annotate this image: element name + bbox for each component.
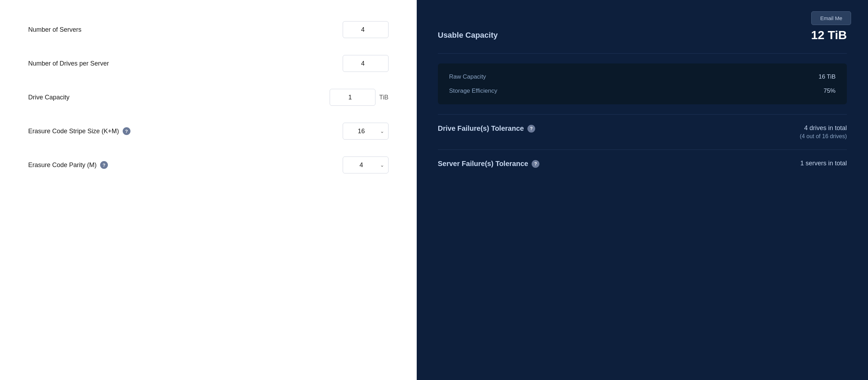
input-wrapper-capacity: TiB	[330, 89, 388, 106]
raw-capacity-value: 16 TiB	[819, 73, 836, 80]
label-servers: Number of Servers	[28, 26, 81, 33]
help-icon-parity[interactable]: ?	[100, 161, 108, 169]
input-wrapper-parity: 1 2 3 4 5 ⌄	[343, 157, 389, 173]
drive-tolerance-section: Drive Failure(s) Tolerance ? 4 drives in…	[438, 114, 847, 149]
form-row-drives: Number of Drives per Server	[28, 55, 389, 72]
label-parity: Erasure Code Parity (M) ?	[28, 161, 108, 169]
input-capacity[interactable]	[330, 89, 375, 106]
label-capacity: Drive Capacity	[28, 94, 69, 101]
storage-efficiency-value: 75%	[824, 87, 836, 94]
unit-tib: TiB	[379, 94, 388, 101]
email-me-button[interactable]: Email Me	[811, 11, 851, 25]
input-servers[interactable]	[343, 21, 389, 38]
label-stripe: Erasure Code Stripe Size (K+M) ?	[28, 127, 130, 135]
form-row-capacity: Drive Capacity TiB	[28, 89, 389, 106]
raw-capacity-label: Raw Capacity	[449, 73, 486, 80]
details-box: Raw Capacity 16 TiB Storage Efficiency 7…	[438, 63, 847, 104]
usable-capacity-value: 12 TiB	[811, 28, 847, 42]
form-row-servers: Number of Servers	[28, 21, 389, 38]
drive-tolerance-values: 4 drives in total (4 out of 16 drives)	[800, 124, 847, 140]
usable-capacity-section: Usable Capacity 12 TiB	[438, 14, 847, 54]
input-drives[interactable]	[343, 55, 389, 72]
left-panel: Number of Servers Number of Drives per S…	[0, 0, 417, 380]
server-tolerance-label: Server Failure(s) Tolerance ?	[438, 160, 539, 168]
help-icon-drive-tolerance[interactable]: ?	[527, 125, 535, 133]
drive-tolerance-sub: (4 out of 16 drives)	[800, 133, 847, 140]
server-tolerance-main: 1 servers in total	[800, 160, 847, 167]
help-icon-stripe[interactable]: ?	[123, 127, 130, 135]
select-wrapper-stripe: 8 12 16 20 24 ⌄	[343, 123, 389, 140]
select-wrapper-parity: 1 2 3 4 5 ⌄	[343, 157, 389, 173]
form-row-stripe: Erasure Code Stripe Size (K+M) ? 8 12 16…	[28, 123, 389, 140]
input-wrapper-stripe: 8 12 16 20 24 ⌄	[343, 123, 389, 140]
select-parity[interactable]: 1 2 3 4 5	[343, 157, 389, 173]
select-stripe[interactable]: 8 12 16 20 24	[343, 123, 389, 140]
storage-efficiency-row: Storage Efficiency 75%	[449, 87, 836, 94]
help-icon-server-tolerance[interactable]: ?	[532, 160, 539, 168]
right-panel: Email Me Usable Capacity 12 TiB Raw Capa…	[417, 0, 868, 380]
storage-efficiency-label: Storage Efficiency	[449, 87, 497, 94]
server-tolerance-section: Server Failure(s) Tolerance ? 1 servers …	[438, 149, 847, 178]
drive-tolerance-label: Drive Failure(s) Tolerance ?	[438, 124, 535, 133]
page-wrapper: Number of Servers Number of Drives per S…	[0, 0, 868, 380]
form-row-parity: Erasure Code Parity (M) ? 1 2 3 4 5 ⌄	[28, 157, 389, 173]
drive-tolerance-main: 4 drives in total	[800, 124, 847, 132]
server-tolerance-values: 1 servers in total	[800, 160, 847, 167]
usable-capacity-label: Usable Capacity	[438, 31, 498, 40]
input-wrapper-drives	[343, 55, 389, 72]
label-drives: Number of Drives per Server	[28, 60, 109, 67]
input-wrapper-servers	[343, 21, 389, 38]
raw-capacity-row: Raw Capacity 16 TiB	[449, 73, 836, 80]
